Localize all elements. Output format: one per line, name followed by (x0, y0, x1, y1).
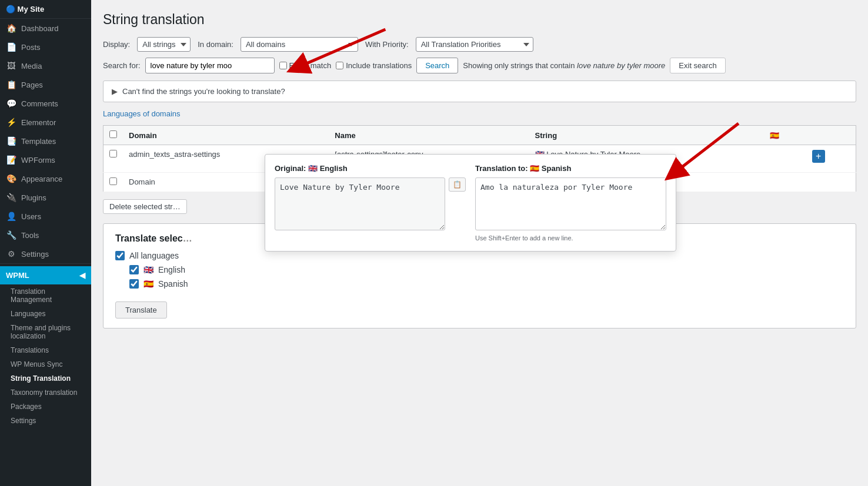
pages-icon: 📋 (6, 80, 16, 89)
sidebar-item-comments[interactable]: 💬 Comments (0, 94, 91, 113)
spanish-checkbox[interactable] (129, 279, 139, 289)
display-label: Display: (103, 40, 130, 49)
exit-search-button[interactable]: Exit search (670, 58, 725, 73)
add-translation-button[interactable]: + (812, 150, 825, 163)
sidebar-label-templates: Templates (21, 137, 56, 146)
main-content: String translation Display: All strings … (91, 0, 868, 486)
sidebar-item-posts[interactable]: 📄 Posts (0, 38, 91, 56)
sidebar-item-wpml[interactable]: WPML ◀ (0, 266, 91, 284)
all-languages-checkbox[interactable] (115, 251, 125, 260)
popup-translation-textarea[interactable]: Amo la naturaleza por Tyler Moore (475, 177, 666, 230)
popup-original-area: Love Nature by Tyler Moore 📋 (275, 177, 466, 230)
include-translations-label[interactable]: Include translations (336, 61, 412, 70)
posts-icon: 📄 (6, 42, 16, 52)
sidebar: 🔵 My Site 🏠 Dashboard 📄 Posts 🖼 Media 📋 … (0, 0, 91, 486)
sidebar-label-plugins: Plugins (21, 193, 46, 202)
media-icon: 🖼 (6, 61, 16, 71)
priority-select[interactable]: All Translation Priorities (416, 37, 533, 52)
exact-match-label[interactable]: Exact match (279, 61, 332, 70)
col-domain: Domain (123, 126, 329, 145)
sidebar-label-wpforms: WPForms (21, 156, 55, 165)
popup-original-lang: English (320, 164, 348, 173)
sidebar-sub-item-languages[interactable]: Languages (0, 307, 91, 321)
sidebar-label-settings: Settings (21, 250, 49, 259)
sidebar-sub-item-taxonomy-translation[interactable]: Taxonomy translation (0, 386, 91, 400)
sidebar-item-elementor[interactable]: ⚡ Elementor (0, 113, 91, 132)
popup-columns: Original: 🇬🇧 English Love Nature by Tyle… (275, 164, 666, 242)
sidebar-sub-item-theme-plugins[interactable]: Theme and plugins localization (0, 321, 91, 343)
priority-label: With Priority: (365, 40, 409, 49)
row-checkbox[interactable] (109, 150, 117, 157)
sidebar-sub-label-packages: Packages (11, 403, 42, 411)
filters-row: Display: All strings In domain: All doma… (103, 37, 856, 52)
sidebar-item-tools[interactable]: 🔧 Tools (0, 226, 91, 244)
col-es-flag: 🇪🇸 (764, 126, 806, 145)
es-flag-icon: 🇪🇸 (770, 131, 779, 140)
sidebar-sub-label-wp-menus-sync: WP Menus Sync (11, 360, 62, 368)
showing-prefix: Showing only strings that contain (463, 61, 575, 70)
translation-popup: Original: 🇬🇧 English Love Nature by Tyle… (265, 154, 676, 252)
popup-gb-flag: 🇬🇧 (308, 164, 320, 173)
languages-of-domains-link[interactable]: Languages of domains (103, 109, 181, 118)
sidebar-sub-label-string-translation: String Translation (11, 374, 71, 383)
sidebar-sub-item-translation-management[interactable]: Translation Management (0, 284, 91, 307)
popup-original-textarea[interactable]: Love Nature by Tyler Moore (275, 177, 445, 230)
spanish-lang-item[interactable]: 🇪🇸 Spanish (129, 279, 844, 289)
sidebar-label-dashboard: Dashboard (21, 24, 59, 33)
site-logo: 🔵 My Site (0, 0, 91, 19)
sidebar-item-wpforms[interactable]: 📝 WPForms (0, 150, 91, 169)
col-string: String (529, 126, 764, 145)
row-add-cell[interactable]: + (806, 145, 856, 173)
sidebar-label-elementor: Elementor (21, 118, 56, 127)
include-translations-checkbox[interactable] (336, 62, 343, 69)
search-button[interactable]: Search (416, 58, 458, 73)
sidebar-item-plugins[interactable]: 🔌 Plugins (0, 188, 91, 207)
sidebar-sub-item-translations[interactable]: Translations (0, 343, 91, 357)
domain-label: In domain: (198, 40, 233, 49)
english-label: English (158, 265, 185, 274)
sidebar-sub-item-string-translation[interactable]: String Translation (0, 371, 91, 386)
showing-term: love nature by tyler moore (577, 61, 665, 70)
delete-selected-button[interactable]: Delete selected str… (103, 199, 187, 214)
sidebar-sub-item-packages[interactable]: Packages (0, 400, 91, 414)
row2-checkbox[interactable] (109, 177, 117, 185)
english-lang-item[interactable]: 🇬🇧 English (129, 265, 844, 274)
all-languages-item[interactable]: All languages (115, 251, 844, 260)
include-translations-text: Include translations (346, 61, 412, 70)
chevron-right-icon[interactable]: ▶ (112, 87, 118, 96)
search-input[interactable] (145, 58, 275, 73)
row2-es (764, 173, 806, 192)
row-checkbox-cell[interactable] (104, 145, 123, 173)
popup-original-label-text: Original: (275, 164, 306, 173)
domain-select[interactable]: All domains (241, 37, 358, 52)
sidebar-sub-item-wp-menus-sync[interactable]: WP Menus Sync (0, 357, 91, 371)
sidebar-sub-item-wpml-settings[interactable]: Settings (0, 414, 91, 428)
sidebar-sub-label-translation-management: Translation Management (11, 287, 52, 304)
showing-text: Showing only strings that contain love n… (463, 61, 665, 70)
users-icon: 👤 (6, 212, 16, 221)
popup-hint: Use Shift+Enter to add a new line. (475, 234, 666, 242)
sidebar-item-templates[interactable]: 📑 Templates (0, 132, 91, 150)
sidebar-item-pages[interactable]: 📋 Pages (0, 75, 91, 94)
row-es-cell (764, 145, 806, 173)
exact-match-checkbox[interactable] (279, 62, 287, 69)
page-title: String translation (103, 12, 856, 28)
english-checkbox[interactable] (129, 265, 139, 274)
translate-button[interactable]: Translate (115, 301, 167, 319)
sidebar-item-dashboard[interactable]: 🏠 Dashboard (0, 19, 91, 38)
dashboard-icon: 🏠 (6, 24, 16, 33)
search-label: Search for: (103, 61, 141, 70)
language-list: 🇬🇧 English 🇪🇸 Spanish (129, 265, 844, 289)
sidebar-label-tools: Tools (21, 231, 39, 240)
display-select[interactable]: All strings (137, 37, 191, 52)
sidebar-item-appearance[interactable]: 🎨 Appearance (0, 169, 91, 188)
elementor-icon: ⚡ (6, 118, 16, 127)
sidebar-item-media[interactable]: 🖼 Media (0, 56, 91, 75)
plugins-icon: 🔌 (6, 193, 16, 202)
sidebar-label-users: Users (21, 212, 41, 221)
sidebar-item-users[interactable]: 👤 Users (0, 207, 91, 226)
select-all-checkbox[interactable] (109, 130, 117, 138)
popup-copy-button[interactable]: 📋 (449, 177, 466, 192)
row2-actions (806, 173, 856, 192)
sidebar-item-settings[interactable]: ⚙ Settings (0, 244, 91, 263)
